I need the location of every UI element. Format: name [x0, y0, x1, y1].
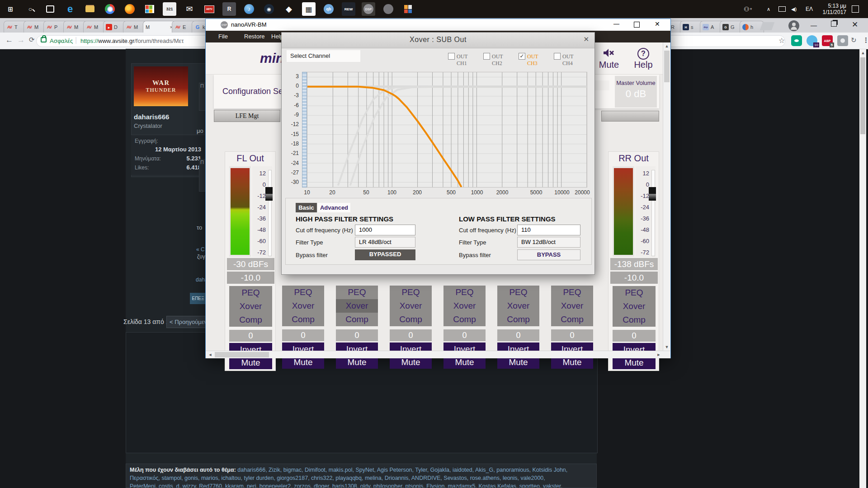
- scrollbar-thumb[interactable]: [664, 51, 670, 82]
- slider-handle[interactable]: [265, 187, 273, 201]
- mute-button[interactable]: Mute: [595, 48, 623, 70]
- dialog-title-bar[interactable]: Xover : SUB Out ✕: [282, 33, 594, 48]
- browser-menu-dots-icon[interactable]: ⋮: [863, 36, 868, 44]
- notification-center-icon[interactable]: [852, 0, 859, 18]
- reload-icon[interactable]: ⟳: [29, 36, 35, 44]
- delay-value[interactable]: 0: [390, 329, 432, 341]
- hdtv-player-icon[interactable]: HDTV: [203, 2, 216, 16]
- tab-advanced[interactable]: Advanced: [318, 203, 350, 212]
- comp-button[interactable]: Comp: [229, 313, 272, 327]
- calculator-icon[interactable]: ▦: [302, 2, 316, 16]
- graph-zoom-slider[interactable]: [302, 72, 307, 188]
- scroll-right-icon[interactable]: ►: [655, 352, 662, 357]
- gain-slider[interactable]: 12 0 -12 -24 -36 -48 -60 -72: [636, 166, 656, 257]
- edge-icon[interactable]: e: [63, 2, 77, 16]
- xover-button[interactable]: Xover: [229, 300, 272, 313]
- camera-extension-icon[interactable]: [837, 35, 848, 46]
- previous-page-button[interactable]: < Προηγούμεν: [166, 316, 210, 328]
- peq-button[interactable]: PEQ: [229, 286, 272, 300]
- gain-slider[interactable]: 12 0 -12 -24 -36 -48 -60 -72: [252, 166, 272, 257]
- username[interactable]: daharis666: [134, 113, 169, 121]
- xover-button[interactable]: Xover: [443, 299, 486, 313]
- itunes-icon[interactable]: ♪: [242, 2, 256, 16]
- color-tiles-icon[interactable]: [401, 2, 415, 16]
- browser-profile-avatar[interactable]: [788, 20, 799, 31]
- app-horizontal-scrollbar[interactable]: ◄ ►: [206, 351, 670, 358]
- adblock-plus-icon[interactable]: ABP5: [822, 35, 833, 46]
- page-scrollbar[interactable]: ▲: [859, 49, 866, 488]
- steam-icon[interactable]: ◉: [262, 2, 276, 16]
- hp-cutoff-input[interactable]: 1000: [355, 225, 415, 235]
- delay-value[interactable]: 0: [443, 329, 486, 341]
- comp-button[interactable]: Comp: [336, 313, 378, 326]
- response-graph[interactable]: [307, 72, 587, 188]
- network-icon[interactable]: [778, 0, 786, 18]
- select-channel-button[interactable]: Select Channel: [287, 50, 360, 62]
- dsp-gray-icon[interactable]: [382, 2, 395, 16]
- chrome-icon[interactable]: [103, 2, 117, 16]
- edit-post-button[interactable]: ΕΠΕΞ: [190, 293, 206, 304]
- help-button[interactable]: ? Help: [630, 48, 657, 70]
- task-view-icon[interactable]: [43, 2, 57, 16]
- back-icon[interactable]: ←: [5, 36, 13, 45]
- xover-button[interactable]: Xover: [282, 299, 324, 313]
- xover-button-active[interactable]: Xover: [336, 299, 378, 313]
- scroll-up-icon[interactable]: ▲: [663, 44, 670, 48]
- delay-value[interactable]: 0: [282, 329, 324, 341]
- scroll-left-icon[interactable]: ◄: [207, 352, 214, 357]
- scrollbar-thumb[interactable]: [860, 57, 865, 134]
- people-icon[interactable]: ⚇+: [744, 0, 752, 18]
- rew-icon[interactable]: REW: [342, 2, 355, 16]
- xover-button[interactable]: Xover: [390, 299, 432, 313]
- comp-button[interactable]: Comp: [443, 313, 486, 326]
- app-close-button[interactable]: ✕: [655, 20, 660, 28]
- lp-cutoff-input[interactable]: 110: [517, 225, 580, 235]
- peq-button[interactable]: PEQ: [443, 286, 486, 299]
- scroll-down-icon[interactable]: ▼: [663, 345, 670, 349]
- foobar2000-icon[interactable]: ◆: [282, 2, 296, 16]
- tray-chevron-icon[interactable]: ∧: [767, 0, 770, 18]
- browser-close-button[interactable]: ✕: [852, 20, 858, 29]
- search-icon[interactable]: ○: [24, 2, 37, 16]
- menu-restore[interactable]: Restore: [244, 33, 265, 40]
- app-minimize-button[interactable]: —: [613, 20, 619, 27]
- bookmark-star-icon[interactable]: ☆: [778, 36, 785, 45]
- app-title-bar[interactable]: DSP nanoAVR-BM — ✕: [206, 19, 670, 31]
- peq-button[interactable]: PEQ: [390, 286, 432, 299]
- browser-tab-active[interactable]: M×: [143, 21, 175, 33]
- dialog-close-icon[interactable]: ✕: [583, 35, 589, 43]
- comp-button[interactable]: Comp: [551, 313, 593, 326]
- delay-value[interactable]: 0: [229, 330, 272, 342]
- firefox-icon[interactable]: [123, 2, 137, 16]
- lp-type-dropdown[interactable]: BW 12dB/oct: [517, 237, 580, 248]
- xover-button[interactable]: Xover: [497, 299, 539, 313]
- peq-button[interactable]: PEQ: [336, 286, 378, 299]
- browser-tab[interactable]: h: [740, 21, 764, 33]
- xover-button[interactable]: Xover: [551, 299, 593, 313]
- refresh-extension-icon[interactable]: ↻: [851, 36, 857, 44]
- qbittorrent-icon[interactable]: qb: [322, 2, 335, 16]
- comp-button[interactable]: Comp: [282, 313, 324, 326]
- delay-value[interactable]: 0: [336, 329, 378, 341]
- comp-button[interactable]: Comp: [497, 313, 539, 326]
- peq-button[interactable]: PEQ: [497, 286, 539, 299]
- master-volume-panel[interactable]: Master Volume 0 dB: [615, 76, 657, 108]
- lfe-mgt-button[interactable]: LFE Mgt: [214, 110, 280, 122]
- windows-start-icon[interactable]: ⊞: [4, 2, 17, 16]
- peq-button[interactable]: PEQ: [613, 286, 656, 300]
- browser-restore-button[interactable]: [831, 21, 837, 27]
- ghostery-eye-icon[interactable]: [791, 35, 802, 46]
- comp-button[interactable]: Comp: [390, 313, 432, 326]
- tab-basic[interactable]: Basic: [296, 203, 317, 212]
- ghost-extension-icon[interactable]: 10: [807, 35, 817, 46]
- peq-button[interactable]: PEQ: [551, 286, 593, 299]
- language-indicator[interactable]: ΕΛ: [806, 0, 813, 18]
- peq-button[interactable]: PEQ: [282, 286, 324, 299]
- scrollbar-thumb[interactable]: [215, 352, 269, 357]
- microsoft-store-icon[interactable]: [143, 2, 156, 16]
- menu-file[interactable]: File: [218, 33, 228, 40]
- delay-value[interactable]: 0: [551, 329, 593, 341]
- delay-value[interactable]: 0: [613, 330, 656, 342]
- browser-minimize-button[interactable]: —: [811, 22, 817, 29]
- delay-value[interactable]: 0: [497, 329, 539, 341]
